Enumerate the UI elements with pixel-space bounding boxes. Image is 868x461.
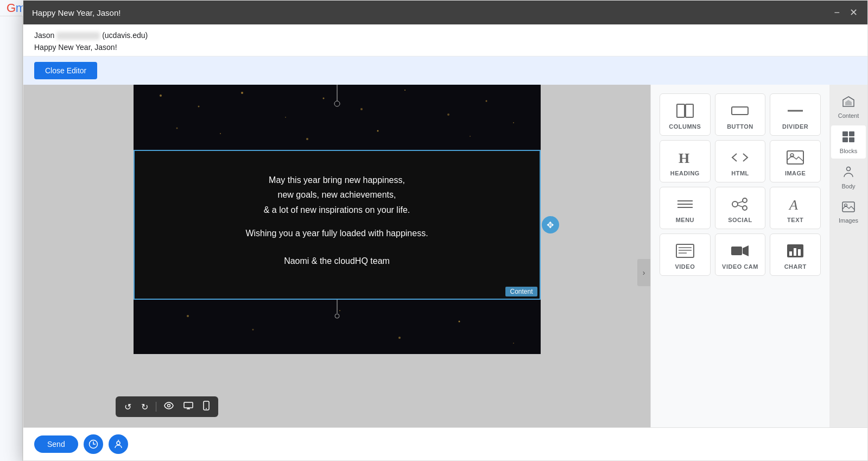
blocks-nav-label: Blocks (840, 148, 857, 154)
modal-controls: − ✕ (833, 7, 859, 18)
image-icon (785, 149, 805, 166)
svg-point-27 (168, 405, 170, 407)
email-domain: (ucdavis.edu) (102, 31, 148, 40)
svg-point-5 (322, 98, 324, 99)
email-line1: May this year bring new happiness, new g… (178, 173, 496, 217)
svg-point-24 (513, 343, 514, 344)
send-bar: Send (23, 427, 867, 460)
svg-point-19 (187, 315, 189, 317)
videocam-label: VIDEO CAM (722, 263, 758, 270)
email-top-image (134, 85, 541, 150)
modal-title: Happy New Year, Jason! (32, 8, 121, 17)
undo-button[interactable]: ↺ (122, 401, 134, 413)
svg-rect-53 (731, 247, 742, 255)
html-label: HTML (731, 170, 749, 176)
schedule-button[interactable] (84, 434, 103, 454)
divider-icon (785, 103, 805, 119)
block-divider[interactable]: DIVIDER (770, 93, 821, 136)
person-star-icon (114, 440, 123, 449)
content-nav-icon (842, 96, 855, 110)
svg-point-13 (306, 138, 308, 140)
preview-arrow[interactable]: › (637, 259, 650, 286)
svg-point-69 (117, 441, 120, 445)
svg-line-47 (738, 205, 743, 207)
svg-rect-28 (184, 402, 193, 408)
social-label: SOCIAL (728, 217, 752, 223)
minimize-button[interactable]: − (833, 7, 841, 18)
email-signature: Naomi & the cloudHQ team (178, 254, 496, 268)
block-columns[interactable]: COLUMNS (660, 93, 711, 136)
svg-rect-35 (732, 107, 748, 115)
svg-point-2 (198, 106, 199, 108)
email-text-block: May this year bring new happiness, new g… (134, 150, 541, 300)
close-button[interactable]: ✕ (848, 7, 859, 18)
columns-icon (675, 103, 695, 119)
images-nav-icon (842, 201, 855, 215)
email-header: Jason (ucdavis.edu) Happy New Year, Jaso… (23, 24, 867, 56)
blocks-panel: COLUMNS BUTTON (651, 85, 829, 460)
bottom-stars (134, 300, 541, 354)
body-nav-label: Body (841, 183, 855, 190)
email-from: Jason (ucdavis.edu) (34, 31, 857, 40)
preview-button[interactable] (162, 401, 176, 413)
images-nav-label: Images (839, 217, 858, 224)
svg-point-10 (513, 122, 514, 123)
nav-content[interactable]: Content (831, 90, 866, 123)
block-button[interactable]: BUTTON (715, 93, 766, 136)
svg-point-15 (470, 136, 471, 137)
svg-line-46 (738, 201, 743, 203)
mobile-button[interactable] (201, 400, 212, 414)
nav-body[interactable]: Body (831, 161, 866, 194)
chart-icon (785, 243, 805, 259)
nav-images[interactable]: Images (831, 196, 866, 228)
toolbar-separator (156, 402, 156, 412)
compose-modal: Happy New Year, Jason! − ✕ Jason (ucdavi… (23, 0, 868, 461)
block-videocam[interactable]: VIDEO CAM (715, 233, 766, 276)
desktop-icon (183, 402, 193, 409)
button-icon (730, 103, 750, 119)
block-social[interactable]: SOCIAL (715, 187, 766, 229)
text-icon: A (785, 196, 805, 212)
email-preview: May this year bring new happiness, new g… (23, 85, 650, 460)
move-handle[interactable]: ✥ (542, 216, 559, 233)
editor-nav: Content Blocks (829, 85, 867, 460)
email-bottom-image (134, 300, 541, 354)
block-image[interactable]: IMAGE (770, 140, 821, 182)
close-editor-button[interactable]: Close Editor (34, 62, 97, 79)
blocks-nav-icon (842, 131, 855, 146)
block-video[interactable]: VIDEO (660, 233, 711, 276)
desktop-button[interactable] (181, 401, 195, 413)
svg-point-7 (404, 90, 406, 91)
svg-marker-70 (117, 440, 119, 441)
social-icon (730, 196, 750, 212)
menu-label: MENU (676, 217, 694, 223)
content-label: Content (505, 287, 537, 296)
svg-point-32 (206, 408, 207, 409)
svg-rect-34 (686, 104, 693, 117)
columns-label: COLUMNS (669, 123, 701, 130)
heading-icon: H (675, 149, 695, 166)
redo-button[interactable]: ↻ (139, 401, 150, 413)
block-html[interactable]: HTML (715, 140, 766, 182)
block-text[interactable]: A TEXT (770, 187, 821, 229)
nav-blocks[interactable]: Blocks (831, 125, 866, 159)
content-nav-label: Content (838, 112, 859, 119)
block-heading[interactable]: H HEADING (660, 140, 711, 182)
svg-rect-62 (849, 131, 854, 136)
more-button[interactable] (109, 434, 128, 454)
svg-point-23 (458, 321, 460, 323)
blocks-grid: COLUMNS BUTTON (660, 93, 821, 276)
heading-label: HEADING (670, 170, 700, 176)
block-menu[interactable]: MENU (660, 187, 711, 229)
svg-point-21 (339, 310, 340, 311)
svg-point-44 (743, 198, 747, 203)
video-label: VIDEO (675, 263, 695, 270)
send-button[interactable]: Send (34, 435, 78, 453)
svg-point-20 (252, 329, 254, 331)
svg-rect-64 (849, 137, 854, 142)
svg-rect-61 (842, 131, 848, 136)
svg-marker-60 (845, 100, 852, 105)
block-chart[interactable]: CHART (770, 233, 821, 276)
stars-background (134, 85, 541, 150)
svg-point-45 (743, 206, 747, 210)
